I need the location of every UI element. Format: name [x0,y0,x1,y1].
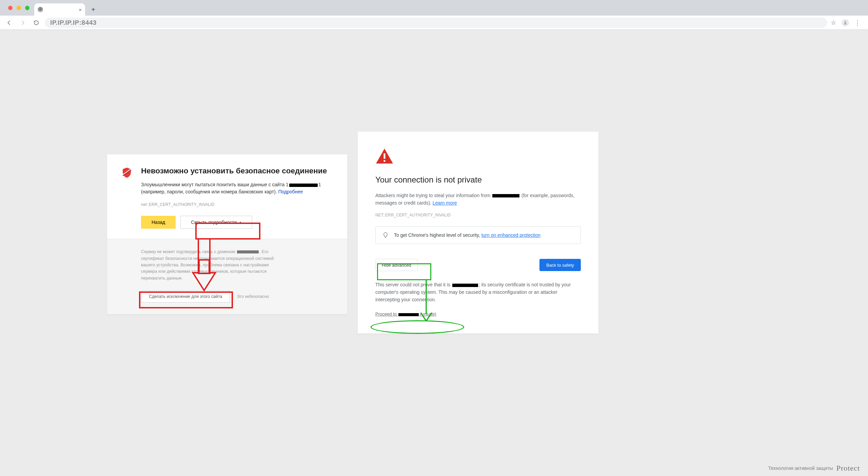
address-text: IP.IP.IP.IP:8443 [50,19,97,26]
yandex-details-panel: Сервер не может подтвердить связь с доме… [107,239,347,314]
yandex-desc-post: (например, пароли, сообщения или номера … [141,189,278,194]
maximize-window-button[interactable] [25,6,29,10]
svg-rect-4 [384,160,386,162]
chrome-desc-pre: Attackers might be trying to steal your … [375,193,492,198]
chrome-warning-description: Attackers might be trying to steal your … [375,192,581,207]
profile-avatar-icon[interactable] [842,19,849,26]
yandex-exception-label: Сделать исключение для этого сайта [149,294,222,299]
yandex-back-button[interactable]: Назад [141,216,176,229]
yandex-details-a: Сервер не может подтвердить связь с доме… [141,249,236,254]
chrome-enhanced-protection-link[interactable]: turn on enhanced protection [481,232,540,238]
kebab-menu-icon[interactable]: ⋮ [854,19,861,26]
close-window-button[interactable] [8,6,13,10]
yandex-exception-note: Это небезопасно [237,294,269,299]
toolbar-right: ☆ ⋮ [831,19,864,26]
redacted-domain [492,194,519,197]
chrome-warning-card: Your connection is not private Attackers… [358,132,598,334]
page-viewport: Невозможно установить безопасное соедине… [0,30,868,476]
protect-logo: Protect [836,464,860,473]
footer: Технология активной защиты Protect [768,464,860,473]
minimize-window-button[interactable] [17,6,21,10]
chrome-detail-pre: This server could not prove that it is [375,282,452,287]
yandex-back-label: Назад [152,220,165,225]
reload-button[interactable] [31,18,41,28]
chrome-warning-title: Your connection is not private [375,175,581,185]
tab-strip: × + [0,0,868,16]
chrome-proceed-pre: Proceed to [375,311,398,317]
shield-slash-icon [121,167,133,179]
warning-triangle-icon [375,148,394,164]
chrome-proceed-post: (unsafe) [419,311,436,317]
svg-point-0 [845,21,846,23]
chrome-error-code: NET::ERR_CERT_AUTHORITY_INVALID [375,213,581,217]
chrome-hide-advanced-button[interactable]: Hide advanced [375,259,418,271]
yandex-details-text: Сервер не может подтвердить связь с доме… [141,249,283,282]
tab-close-icon[interactable]: × [79,7,82,13]
chrome-proceed-row: Proceed to (unsafe) [375,311,581,317]
redacted-domain [289,184,318,187]
browser-tab[interactable]: × [34,3,85,16]
chrome-proceed-unsafe-link[interactable]: Proceed to (unsafe) [375,311,436,317]
chrome-back-to-safety-button[interactable]: Back to safety [539,259,581,271]
yandex-warning-title: Невозможно установить безопасное соедине… [141,166,334,176]
bookmark-star-icon[interactable]: ☆ [831,19,836,26]
chrome-banner-text: To get Chrome's highest level of securit… [394,232,481,238]
yandex-hide-details-label: Скрыть подробности [191,220,237,225]
chevron-up-icon: ▲ [239,221,242,224]
yandex-desc-pre: Злоумышленники могут пытаться похитить в… [141,182,286,187]
yandex-learn-more-link[interactable]: Подробнее [278,189,303,194]
redacted-domain [237,250,259,253]
window-controls [5,6,34,16]
yandex-warning-card: Невозможно установить безопасное соедине… [107,154,347,314]
address-bar[interactable]: IP.IP.IP.IP:8443 [45,18,827,28]
chrome-details-text: This server could not prove that it is ;… [375,281,581,303]
browser-chrome: × + IP.IP.IP.IP:8443 ☆ ⋮ [0,0,868,30]
yandex-make-exception-button[interactable]: Сделать исключение для этого сайта [141,290,230,303]
new-tab-button[interactable]: + [88,5,98,14]
yandex-error-code: net::ERR_CERT_AUTHORITY_INVALID [141,202,334,207]
chrome-enhanced-protection-banner: To get Chrome's highest level of securit… [375,226,581,244]
chrome-hide-advanced-label: Hide advanced [382,263,411,268]
toolbar: IP.IP.IP.IP:8443 ☆ ⋮ [0,16,868,30]
lightbulb-icon [382,232,389,238]
redacted-domain [398,313,419,316]
back-button[interactable] [4,18,14,28]
chrome-back-safety-label: Back to safety [546,263,574,268]
tab-favicon-icon [38,7,43,12]
yandex-warning-description: Злоумышленники могут пытаться похитить в… [141,181,334,195]
chrome-learn-more-link[interactable]: Learn more [433,200,457,206]
yandex-hide-details-button[interactable]: Скрыть подробности ▲ [180,216,252,229]
forward-button[interactable] [18,18,28,28]
footer-text: Технология активной защиты [768,465,833,471]
redacted-domain [452,284,478,287]
svg-rect-3 [384,153,386,159]
